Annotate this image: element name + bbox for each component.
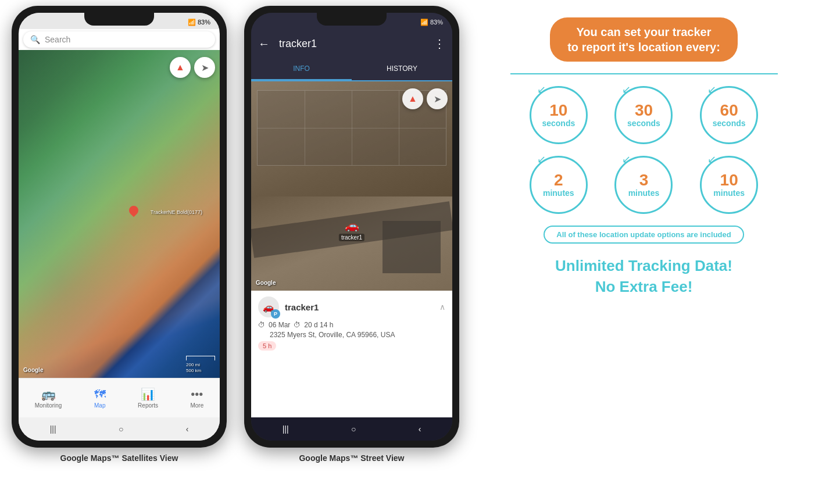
circle-3min: ↙ 3 minutes [607, 156, 681, 214]
nav-map-label: Map [94, 402, 105, 409]
monitoring-icon: 🚌 [41, 387, 56, 401]
circle-unit-3min: minutes [628, 188, 660, 198]
nav-map[interactable]: 🗺 Map [94, 388, 106, 409]
p2-android-recents[interactable]: ||| [283, 424, 289, 434]
map-icon: 🗺 [94, 388, 106, 401]
tracker-marker-label: tracker1 [339, 234, 364, 241]
info-card-header: 🚗 P tracker1 ∧ [258, 296, 445, 317]
search-icon: 🔍 [30, 35, 40, 44]
phone2-title: tracker1 [279, 38, 424, 50]
phone2-inner: 📶 83% ← tracker1 ⋮ INFO HISTORY [251, 13, 452, 441]
aerial-bg [251, 81, 452, 291]
circle-number-30sec: 30 [635, 102, 653, 119]
phone1-android-nav: ||| ○ ‹ [19, 417, 220, 441]
menu-button[interactable]: ⋮ [434, 37, 445, 51]
phone2-info-card: 🚗 P tracker1 ∧ ⏱ 06 Mar ⏱ 20 d 14 h 2325… [251, 291, 452, 417]
phone2: 📶 83% ← tracker1 ⋮ INFO HISTORY [244, 6, 459, 448]
more-icon: ••• [191, 388, 203, 401]
status-icons: 📶 83% [188, 19, 210, 26]
circle-number-10min: 10 [720, 172, 738, 188]
reports-icon: 📊 [141, 387, 155, 401]
expand-icon[interactable]: ∧ [439, 302, 445, 312]
date-row: ⏱ 06 Mar ⏱ 20 d 14 h [258, 321, 445, 329]
android-home[interactable]: ○ [119, 424, 123, 434]
info-date: 06 Mar [269, 321, 290, 329]
info-card-title: tracker1 [285, 302, 319, 312]
circle-number-10sec: 10 [549, 102, 567, 119]
phone1: 📶 83% 🔍 Search ▲ ➤ [12, 6, 227, 448]
p2-location-button[interactable]: ➤ [427, 88, 448, 109]
nav-monitoring[interactable]: 🚌 Monitoring [35, 387, 62, 409]
info-tag: 5 h [258, 339, 445, 351]
unlimited-line2: No Extra Fee! [555, 276, 732, 297]
phone1-bottom-nav: 🚌 Monitoring 🗺 Map 📊 Reports ••• More [19, 378, 220, 417]
circle-arrow-60sec: ↙ [707, 83, 716, 96]
phone1-map[interactable]: ▲ ➤ TrackerNE Bold(0177) Google 200 mi 5… [19, 50, 220, 378]
p2-compass-icon[interactable]: ▲ [402, 88, 423, 109]
p2-google-label: Google [256, 280, 276, 286]
circle-60sec: ↙ 60 seconds [692, 86, 766, 144]
included-banner: All of these location update options are… [544, 226, 744, 244]
avatar-container: 🚗 P [258, 296, 279, 317]
circle-2min: ↙ 2 minutes [522, 156, 596, 214]
phone2-map[interactable]: ▲ ➤ 🚗 tracker1 Google [251, 81, 452, 291]
circle-arrow-3min: ↙ [622, 153, 631, 166]
circle-unit-10min: minutes [713, 188, 745, 198]
location-icon: ➤ [201, 62, 209, 73]
tab-history-label: HISTORY [387, 65, 417, 73]
search-placeholder: Search [45, 35, 70, 44]
circle-10min: ↙ 10 minutes [692, 156, 766, 214]
circle-outer-10sec: ↙ 10 seconds [530, 86, 588, 144]
phone2-android-nav: ||| ○ ‹ [251, 417, 452, 441]
duration-icon: ⏱ [294, 321, 301, 329]
circle-outer-60sec: ↙ 60 seconds [700, 86, 758, 144]
circle-number-60sec: 60 [720, 102, 738, 119]
circle-unit-30sec: seconds [627, 119, 660, 128]
headline-line2: to report it's location every: [567, 41, 720, 53]
nav-reports-label: Reports [138, 402, 158, 409]
p2-android-home[interactable]: ○ [351, 424, 356, 434]
building [383, 221, 441, 273]
nav-more[interactable]: ••• More [190, 388, 203, 409]
map-scale: 200 mi 500 km [186, 356, 215, 373]
phone2-notch [317, 13, 387, 26]
phone1-notch [84, 13, 154, 26]
unlimited-line1: Unlimited Tracking Data! [555, 255, 732, 276]
compass-icon[interactable]: ▲ [170, 57, 191, 78]
clock-icon: ⏱ [258, 321, 265, 329]
phone1-inner: 📶 83% 🔍 Search ▲ ➤ [19, 13, 220, 441]
time-tag: 5 h [258, 341, 276, 351]
tab-info[interactable]: INFO [251, 58, 352, 80]
headline-line1: You can set your tracker [577, 26, 712, 38]
scale-label: 200 mi [186, 362, 200, 367]
unlimited-text: Unlimited Tracking Data! No Extra Fee! [555, 255, 732, 298]
nav-reports[interactable]: 📊 Reports [138, 387, 158, 409]
scale-line [186, 356, 215, 360]
circle-outer-2min: ↙ 2 minutes [530, 156, 588, 214]
car-marker: 🚗 [345, 219, 359, 233]
circle-arrow-10min: ↙ [707, 153, 716, 166]
circle-arrow-2min: ↙ [537, 153, 546, 166]
nav-monitoring-label: Monitoring [35, 402, 62, 409]
phone2-wrapper: 📶 83% ← tracker1 ⋮ INFO HISTORY [244, 6, 459, 463]
tab-history[interactable]: HISTORY [352, 58, 452, 80]
circle-unit-2min: minutes [543, 188, 574, 198]
scale-label-km: 500 km [186, 368, 201, 373]
info-headline-text: You can set your tracker to report it's … [567, 24, 720, 55]
circle-arrow-10sec: ↙ [537, 83, 546, 96]
p2-status-icons: 📶 83% [420, 19, 443, 26]
info-duration: 20 d 14 h [304, 321, 333, 329]
circle-10sec: ↙ 10 seconds [522, 86, 596, 144]
circle-unit-10sec: seconds [542, 119, 575, 128]
p2-android-back[interactable]: ‹ [419, 424, 421, 434]
top-divider [510, 73, 778, 74]
android-recents[interactable]: ||| [50, 424, 56, 434]
android-back[interactable]: ‹ [186, 424, 189, 434]
back-button[interactable]: ← [258, 37, 270, 51]
nav-more-label: More [190, 402, 203, 409]
info-headline-box: You can set your tracker to report it's … [550, 17, 738, 62]
phone1-search[interactable]: 🔍 Search [23, 31, 215, 48]
circle-outer-10min: ↙ 10 minutes [700, 156, 758, 214]
circle-unit-60sec: seconds [713, 119, 746, 128]
location-button[interactable]: ➤ [194, 57, 215, 78]
